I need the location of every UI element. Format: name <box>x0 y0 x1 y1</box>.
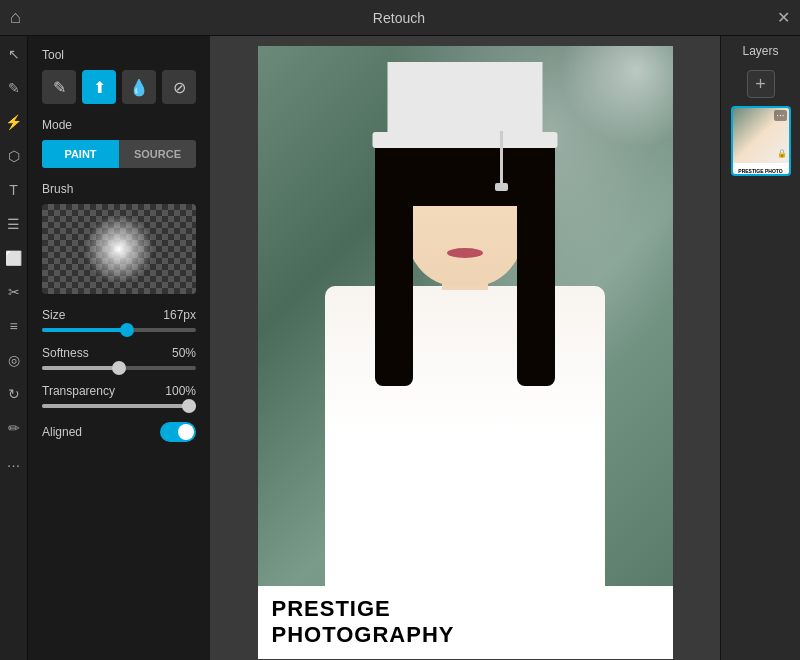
tool-stamp-btn[interactable]: ⬆ <box>82 70 116 104</box>
strip-icon-scissors[interactable]: ✂ <box>4 282 24 302</box>
strip-icon-more[interactable]: … <box>4 452 24 472</box>
strip-icon-circle[interactable]: ◎ <box>4 350 24 370</box>
canvas-image-container: PRESTIGE PHOTOGRAPHY <box>258 46 673 659</box>
strip-icon-bolt[interactable]: ⚡ <box>4 112 24 132</box>
strip-icon-arrow[interactable]: ↖ <box>4 44 24 64</box>
panel-content: Tool ✎ ⬆ 💧 ⊘ Mode PAINT SOURCE Brush <box>28 36 210 660</box>
canvas-area: PRESTIGE PHOTOGRAPHY <box>210 36 720 660</box>
size-slider-row: Size 167px <box>42 308 196 332</box>
right-panel: Layers + PRESTIGE PHOTO ··· 🔒 <box>720 36 800 660</box>
mode-section: Mode PAINT SOURCE <box>42 118 196 168</box>
strip-icon-crop[interactable]: ⬜ <box>4 248 24 268</box>
strip-icon-text[interactable]: T <box>4 180 24 200</box>
strip-icon-adjust[interactable]: ≡ <box>4 316 24 336</box>
mode-paint-btn[interactable]: PAINT <box>42 140 119 168</box>
size-label-row: Size 167px <box>42 308 196 322</box>
transparency-slider-row: Transparency 100% <box>42 384 196 408</box>
hair-left <box>375 146 413 386</box>
window-title: Retouch <box>21 10 777 26</box>
softness-label: Softness <box>42 346 89 360</box>
layers-title: Layers <box>742 44 778 58</box>
brush-preview <box>42 204 196 294</box>
strip-icon-menu[interactable]: ☰ <box>4 214 24 234</box>
canvas-photo[interactable] <box>258 46 673 586</box>
size-slider-fill <box>42 328 127 332</box>
size-slider-thumb[interactable] <box>120 323 134 337</box>
softness-label-row: Softness 50% <box>42 346 196 360</box>
layers-add-button[interactable]: + <box>747 70 775 98</box>
softness-slider-thumb[interactable] <box>112 361 126 375</box>
tool-drop-btn[interactable]: 💧 <box>122 70 156 104</box>
tassel-end <box>495 183 508 191</box>
layer-thumb-text: PRESTIGE PHOTO <box>738 168 782 174</box>
brush-label: Brush <box>42 182 196 196</box>
cap-tassel <box>500 131 503 186</box>
photo-figure <box>305 66 625 586</box>
strip-icon-hex[interactable]: ⬡ <box>4 146 24 166</box>
cap-top <box>388 62 543 134</box>
aligned-label: Aligned <box>42 425 82 439</box>
figure-gown <box>325 286 605 586</box>
tool-label: Tool <box>42 48 196 62</box>
transparency-slider-track[interactable] <box>42 404 196 408</box>
size-label: Size <box>42 308 65 322</box>
size-value: 167px <box>163 308 196 322</box>
tool-icons-row: ✎ ⬆ 💧 ⊘ <box>42 70 196 104</box>
watermark-line1: PRESTIGE <box>272 596 659 622</box>
lips <box>447 248 483 258</box>
transparency-slider-thumb[interactable] <box>182 399 196 413</box>
tool-pencil-btn[interactable]: ✎ <box>42 70 76 104</box>
transparency-value: 100% <box>165 384 196 398</box>
size-slider-track[interactable] <box>42 328 196 332</box>
transparency-label: Transparency <box>42 384 115 398</box>
home-icon[interactable]: ⌂ <box>10 7 21 28</box>
softness-slider-row: Softness 50% <box>42 346 196 370</box>
cap-brim <box>373 132 558 148</box>
left-sidebar: ↖ ✎ ⚡ ⬡ T ☰ ⬜ ✂ ≡ ◎ ↻ ✏ … Tool ✎ ⬆ 💧 ⊘ <box>0 36 210 660</box>
watermark-bar: PRESTIGE PHOTOGRAPHY <box>258 586 673 659</box>
hair-right <box>517 146 555 386</box>
brush-glow <box>84 214 154 284</box>
tool-strip: ↖ ✎ ⚡ ⬡ T ☰ ⬜ ✂ ≡ ◎ ↻ ✏ … <box>0 36 28 660</box>
mode-row: PAINT SOURCE <box>42 140 196 168</box>
mode-label: Mode <box>42 118 196 132</box>
softness-slider-track[interactable] <box>42 366 196 370</box>
transparency-label-row: Transparency 100% <box>42 384 196 398</box>
strip-icon-rotate[interactable]: ↻ <box>4 384 24 404</box>
tool-erase-btn[interactable]: ⊘ <box>162 70 196 104</box>
softness-slider-fill <box>42 366 119 370</box>
top-bar: ⌂ Retouch ✕ <box>0 0 800 36</box>
aligned-toggle[interactable] <box>160 422 196 442</box>
toggle-knob <box>178 424 194 440</box>
watermark-line2: PHOTOGRAPHY <box>272 622 659 648</box>
transparency-slider-fill <box>42 404 196 408</box>
aligned-row: Aligned <box>42 422 196 442</box>
brush-section: Brush <box>42 182 196 294</box>
main-layout: ↖ ✎ ⚡ ⬡ T ☰ ⬜ ✂ ≡ ◎ ↻ ✏ … Tool ✎ ⬆ 💧 ⊘ <box>0 36 800 660</box>
strip-icon-pencil[interactable]: ✎ <box>4 78 24 98</box>
mode-source-btn[interactable]: SOURCE <box>119 140 196 168</box>
layer-thumb-bar: PRESTIGE PHOTO <box>733 163 789 176</box>
softness-value: 50% <box>172 346 196 360</box>
layer-options-button[interactable]: ··· <box>774 110 786 121</box>
layer-lock-icon: 🔒 <box>777 149 787 158</box>
close-button[interactable]: ✕ <box>777 8 790 27</box>
tool-section: Tool ✎ ⬆ 💧 ⊘ <box>42 48 196 104</box>
layer-thumbnail[interactable]: PRESTIGE PHOTO ··· 🔒 <box>731 106 791 176</box>
strip-icon-pen[interactable]: ✏ <box>4 418 24 438</box>
